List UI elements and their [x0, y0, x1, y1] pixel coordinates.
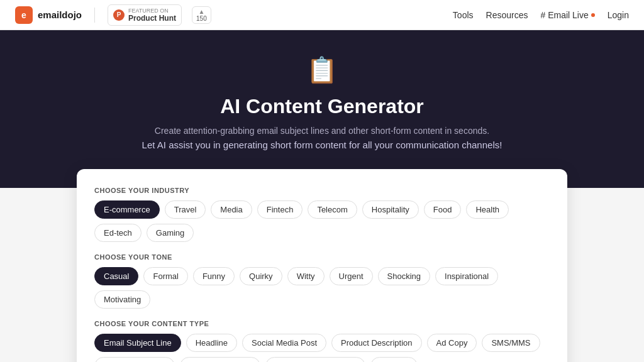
tone-chip-5[interactable]: Urgent: [330, 267, 373, 285]
hero-description: Let AI assist you in generating short fo…: [13, 140, 631, 150]
tone-chip-4[interactable]: Witty: [287, 267, 325, 285]
industry-chip-2[interactable]: Media: [211, 200, 252, 219]
product-hunt-icon: P: [113, 9, 125, 21]
industry-label: CHOOSE YOUR INDUSTRY: [94, 187, 550, 194]
ph-featured-label: FEATURED ON: [128, 8, 176, 14]
logo-text: emaildojo: [38, 9, 82, 20]
content-chip-7[interactable]: Taglines/Slogans: [180, 357, 260, 362]
content-chip-0[interactable]: Email Subject Line: [94, 334, 181, 352]
logo-area: e emaildojo: [15, 6, 82, 24]
main-card: CHOOSE YOUR INDUSTRY E-commerceTravelMed…: [77, 169, 567, 362]
content-chip-8[interactable]: Call-to-Action Phrases: [265, 357, 365, 362]
navbar-left: e emaildojo P FEATURED ON Product Hunt ▲…: [15, 4, 211, 26]
content-type-label: CHOOSE YOUR CONTENT TYPE: [94, 320, 550, 327]
tone-chip-3[interactable]: Quirky: [240, 267, 282, 285]
hero-subtitle: Create attention-grabbing email subject …: [13, 126, 631, 136]
nav-tools[interactable]: Tools: [453, 10, 474, 20]
hero-title: AI Content Generator: [13, 95, 631, 118]
upvote-count: 150: [196, 15, 207, 22]
product-hunt-text: FEATURED ON Product Hunt: [128, 8, 176, 23]
industry-chip-4[interactable]: Telecom: [308, 200, 357, 219]
nav-login[interactable]: Login: [608, 10, 629, 20]
email-live-label: # Email Live: [540, 10, 588, 20]
ph-name: Product Hunt: [128, 14, 176, 23]
tone-chip-2[interactable]: Funny: [193, 267, 235, 285]
navbar: e emaildojo P FEATURED ON Product Hunt ▲…: [0, 0, 644, 30]
nav-resources[interactable]: Resources: [486, 10, 528, 20]
tone-label: CHOOSE YOUR TONE: [94, 253, 550, 261]
content-chip-1[interactable]: Headline: [186, 334, 237, 352]
tone-section: CHOOSE YOUR TONE CasualFormalFunnyQuirky…: [94, 253, 550, 309]
industry-chip-5[interactable]: Hospitality: [362, 200, 419, 219]
tone-chip-8[interactable]: Motivating: [94, 290, 150, 309]
industry-chip-1[interactable]: Travel: [165, 200, 206, 219]
upvote-arrow: ▲: [198, 8, 204, 15]
tone-chips: CasualFormalFunnyQuirkyWittyUrgentShocki…: [94, 267, 550, 309]
industry-chip-7[interactable]: Health: [466, 200, 509, 219]
industry-chip-6[interactable]: Food: [424, 200, 462, 219]
logo-icon: e: [15, 6, 33, 24]
content-chip-3[interactable]: Product Description: [331, 334, 421, 352]
tone-chip-0[interactable]: Casual: [94, 267, 138, 285]
hero-section: 📋 AI Content Generator Create attention-…: [0, 30, 644, 188]
tone-chip-6[interactable]: Shocking: [378, 267, 430, 285]
live-dot: [591, 13, 595, 17]
content-type-section: CHOOSE YOUR CONTENT TYPE Email Subject L…: [94, 320, 550, 362]
content-chip-9[interactable]: Caption: [370, 357, 418, 362]
industry-section: CHOOSE YOUR INDUSTRY E-commerceTravelMed…: [94, 187, 550, 242]
industry-chip-0[interactable]: E-commerce: [94, 200, 160, 219]
industry-chip-9[interactable]: Gaming: [147, 224, 194, 242]
industry-chips: E-commerceTravelMediaFintechTelecomHospi…: [94, 200, 550, 242]
content-chip-6[interactable]: Push Notification: [94, 357, 175, 362]
industry-chip-8[interactable]: Ed-tech: [94, 224, 142, 242]
nav-email-live[interactable]: # Email Live: [540, 10, 594, 20]
tone-chip-7[interactable]: Inspirational: [435, 267, 498, 285]
product-hunt-badge[interactable]: P FEATURED ON Product Hunt: [108, 4, 182, 26]
content-chip-5[interactable]: SMS/MMS: [482, 334, 540, 352]
content-chip-2[interactable]: Social Media Post: [242, 334, 326, 352]
hero-icon: 📋: [13, 55, 631, 85]
nav-divider: [94, 8, 95, 23]
upvote-badge[interactable]: ▲ 150: [192, 6, 211, 24]
content-type-chips: Email Subject LineHeadlineSocial Media P…: [94, 334, 550, 362]
tone-chip-1[interactable]: Formal: [143, 267, 187, 285]
navbar-right: Tools Resources # Email Live Login: [453, 10, 629, 20]
industry-chip-3[interactable]: Fintech: [257, 200, 303, 219]
content-chip-4[interactable]: Ad Copy: [427, 334, 477, 352]
